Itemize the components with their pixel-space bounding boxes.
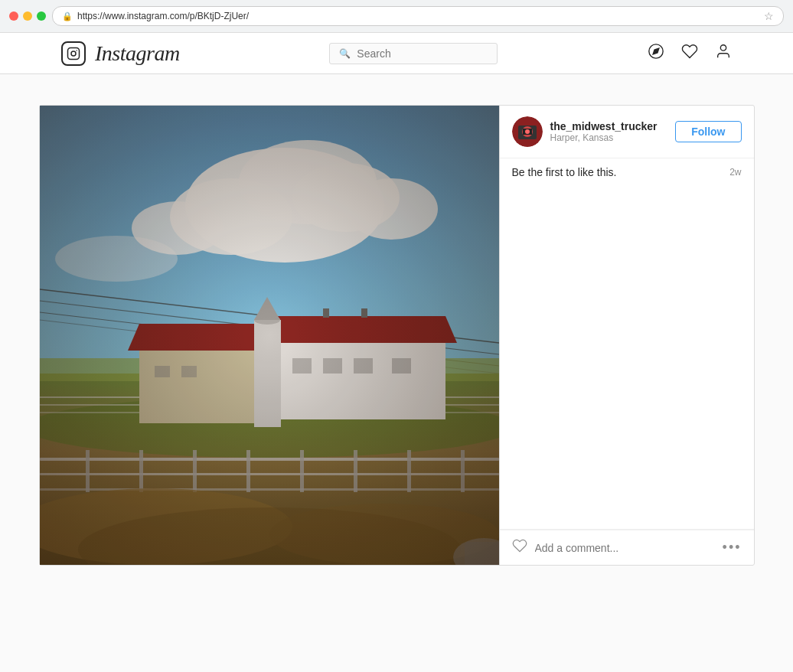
likes-text: Be the first to like this. bbox=[512, 166, 617, 178]
svg-point-61 bbox=[525, 129, 530, 134]
browser-controls bbox=[9, 11, 46, 21]
search-bar[interactable]: 🔍 bbox=[329, 43, 498, 64]
instagram-icon-box bbox=[61, 41, 86, 66]
instagram-post: the_midwest_trucker Harper, Kansas Follo… bbox=[39, 105, 755, 566]
browser-chrome: 🔒 https://www.instagram.com/p/BKtjD-ZjUe… bbox=[0, 0, 793, 33]
likes-row: Be the first to like this. 2w bbox=[512, 166, 742, 178]
comment-heart-icon[interactable] bbox=[512, 538, 527, 557]
user-avatar[interactable] bbox=[512, 116, 543, 147]
post-location[interactable]: Harper, Kansas bbox=[550, 132, 668, 143]
bookmark-icon[interactable]: ☆ bbox=[764, 10, 774, 22]
post-time: 2w bbox=[729, 167, 741, 178]
lock-icon: 🔒 bbox=[62, 11, 73, 21]
instagram-wordmark: Instagram bbox=[95, 41, 180, 66]
comment-input[interactable] bbox=[535, 542, 723, 554]
svg-point-1 bbox=[71, 51, 76, 56]
svg-point-2 bbox=[76, 50, 77, 51]
comment-area: ••• bbox=[500, 530, 754, 565]
post-user-info: the_midwest_trucker Harper, Kansas bbox=[550, 120, 668, 143]
nav-icons bbox=[648, 43, 732, 64]
svg-rect-56 bbox=[40, 106, 499, 565]
post-meta: Be the first to like this. 2w bbox=[500, 158, 754, 530]
svg-rect-0 bbox=[68, 47, 80, 59]
main-content: the_midwest_trucker Harper, Kansas Follo… bbox=[0, 74, 793, 596]
search-icon: 🔍 bbox=[339, 48, 351, 59]
search-input[interactable] bbox=[357, 47, 488, 60]
minimize-dot[interactable] bbox=[23, 11, 32, 21]
post-header: the_midwest_trucker Harper, Kansas Follo… bbox=[500, 106, 754, 158]
post-image-area bbox=[40, 106, 499, 565]
more-options-icon[interactable]: ••• bbox=[723, 540, 742, 556]
logo-area: Instagram bbox=[61, 41, 180, 66]
address-bar[interactable]: 🔒 https://www.instagram.com/p/BKtjD-ZjUe… bbox=[52, 6, 784, 26]
close-dot[interactable] bbox=[9, 11, 18, 21]
post-username[interactable]: the_midwest_trucker bbox=[550, 120, 668, 132]
heart-icon[interactable] bbox=[681, 43, 698, 64]
svg-point-5 bbox=[720, 44, 726, 50]
instagram-header: Instagram 🔍 bbox=[0, 33, 793, 74]
url-text: https://www.instagram.com/p/BKtjD-ZjUer/ bbox=[77, 11, 249, 21]
svg-marker-4 bbox=[653, 48, 659, 54]
post-image bbox=[40, 106, 499, 565]
compass-icon[interactable] bbox=[648, 43, 664, 64]
post-sidebar: the_midwest_trucker Harper, Kansas Follo… bbox=[499, 106, 754, 565]
maximize-dot[interactable] bbox=[37, 11, 46, 21]
profile-icon[interactable] bbox=[715, 43, 732, 64]
follow-button[interactable]: Follow bbox=[675, 121, 741, 142]
